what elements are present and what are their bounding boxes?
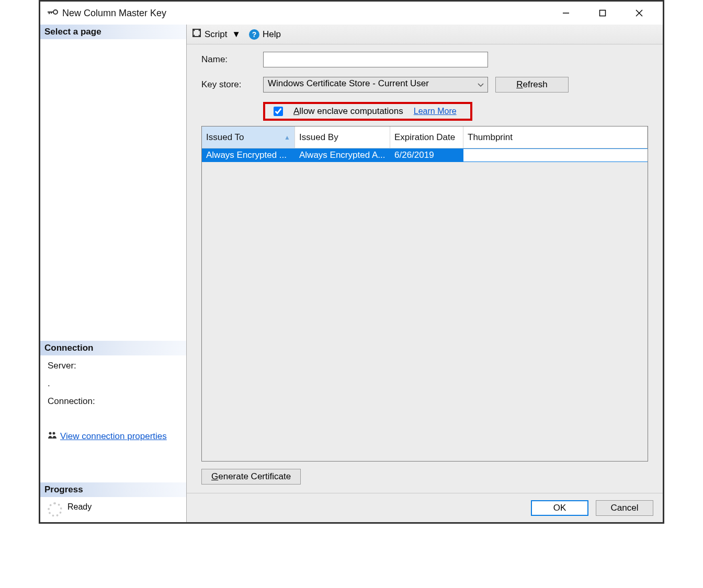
cell-expiration: 6/26/2019: [390, 148, 463, 162]
col-thumbprint[interactable]: Thumbprint: [463, 126, 648, 148]
svg-rect-2: [49, 11, 50, 14]
progress-status: Ready: [67, 502, 92, 512]
cell-issued-by: Always Encrypted A...: [295, 148, 390, 162]
view-connection-properties-link[interactable]: View connection properties: [40, 428, 186, 451]
enclave-highlight: Allow enclave computations Learn More: [263, 102, 472, 121]
main-panel: Script ▼ ? Help Name: Key store: Windows: [187, 25, 663, 522]
toolbar: Script ▼ ? Help: [187, 25, 663, 44]
script-icon: [192, 28, 201, 40]
name-input[interactable]: [263, 52, 488, 67]
svg-rect-3: [51, 11, 52, 14]
connection-label: Connection:: [48, 396, 179, 407]
allow-enclave-label: Allow enclave computations: [293, 106, 403, 117]
svg-point-8: [49, 432, 52, 435]
col-expiration[interactable]: Expiration Date: [390, 126, 463, 148]
key-icon: [48, 8, 58, 18]
close-button[interactable]: [621, 3, 657, 24]
generate-certificate-button[interactable]: Generate Certificate: [201, 469, 301, 485]
cancel-button[interactable]: Cancel: [596, 500, 653, 516]
dialog-window: New Column Master Key Select a page Conn…: [39, 0, 664, 524]
page-list: [40, 39, 186, 341]
maximize-button[interactable]: [584, 3, 621, 24]
col-issued-by[interactable]: Issued By: [295, 126, 390, 148]
bottom-bar: OK Cancel: [187, 493, 663, 522]
window-title: New Column Master Key: [62, 8, 548, 19]
refresh-button[interactable]: Refresh: [495, 77, 569, 93]
grid-header: Issued To ▲ Issued By Expiration Date Th…: [202, 126, 648, 148]
titlebar: New Column Master Key: [40, 2, 663, 25]
script-label: Script: [205, 29, 227, 39]
svg-rect-5: [600, 10, 606, 16]
cell-issued-to: Always Encrypted ...: [202, 148, 295, 162]
learn-more-link[interactable]: Learn More: [414, 107, 457, 116]
chevron-down-icon: ▼: [232, 29, 241, 39]
svg-point-9: [53, 432, 55, 435]
keystore-label: Key store:: [201, 79, 263, 90]
sidebar: Select a page Connection Server: . Conne…: [40, 25, 187, 522]
name-label: Name:: [201, 54, 263, 65]
cell-thumbprint: [463, 148, 648, 162]
connection-header: Connection: [40, 341, 186, 355]
certificate-grid: Issued To ▲ Issued By Expiration Date Th…: [201, 126, 648, 462]
view-connection-properties-label: View connection properties: [60, 431, 167, 442]
server-label: Server:: [48, 361, 179, 371]
select-page-header: Select a page: [40, 25, 186, 39]
help-button[interactable]: Help: [263, 29, 281, 40]
table-row[interactable]: Always Encrypted ... Always Encrypted A.…: [202, 148, 648, 162]
script-dropdown[interactable]: Script ▼: [205, 29, 241, 40]
server-value: .: [48, 378, 179, 389]
ok-button[interactable]: OK: [531, 500, 588, 516]
connection-info: Server: . Connection:: [40, 355, 186, 428]
help-icon: ?: [249, 29, 259, 40]
sort-asc-icon: ▲: [284, 134, 290, 141]
keystore-select[interactable]: Windows Certificate Store - Current User: [263, 77, 488, 93]
minimize-button[interactable]: [548, 3, 584, 24]
svg-point-0: [53, 10, 58, 14]
spinner-icon: [48, 502, 62, 517]
col-issued-to[interactable]: Issued To ▲: [202, 126, 295, 148]
people-icon: [48, 431, 57, 442]
allow-enclave-checkbox[interactable]: [274, 107, 283, 116]
progress-header: Progress: [40, 482, 186, 497]
keystore-value: Windows Certificate Store - Current User: [263, 77, 488, 93]
progress-body: Ready: [40, 497, 186, 522]
